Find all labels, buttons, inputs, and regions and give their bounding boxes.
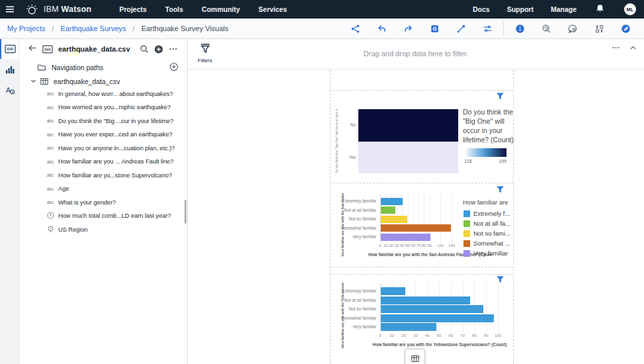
filter-dock[interactable]: Filters Drag and drop data here to filte… — [188, 38, 644, 69]
info-button[interactable] — [506, 19, 533, 38]
edit-pen-button[interactable] — [612, 19, 639, 38]
text-abc-icon: abc — [45, 157, 56, 166]
canvas-more-button[interactable] — [610, 42, 622, 54]
search-button[interactable] — [137, 42, 151, 56]
widget-filter-button[interactable] — [496, 92, 504, 101]
rail-tab-widgets[interactable]: A — [0, 79, 20, 100]
breadcrumb-my-projects[interactable]: My Projects — [7, 24, 45, 32]
field-item[interactable]: abcAge — [20, 182, 187, 196]
menu-item-projects[interactable]: Projects — [119, 5, 146, 13]
bar-chart-san-andreas-widget[interactable]: How familiar are you with the San Andrea… — [330, 183, 513, 267]
layout-grid-icon — [594, 24, 604, 34]
rail-tab-data-sources[interactable]: IOIO — [0, 38, 19, 59]
bar-somewhat-familiar[interactable] — [381, 314, 494, 322]
field-item[interactable]: abcWhat is your gender? — [20, 195, 187, 209]
share-button[interactable] — [342, 19, 368, 38]
table-tree-row[interactable]: earthquake_data_csv — [20, 75, 187, 89]
back-button[interactable] — [28, 43, 38, 55]
widget-funnel-icon — [496, 275, 504, 284]
layout-guide — [330, 267, 513, 267]
field-item[interactable]: abcHave you ever exper...ced an earthqua… — [20, 128, 187, 142]
field-item[interactable]: abcHow familiar are you ... Andreas Faul… — [20, 155, 187, 169]
breadcrumb-earthquake-survey-visuals: Earthquake Survey Visuals — [141, 24, 229, 32]
notifications-button[interactable] — [594, 3, 606, 15]
zoom-history-button[interactable] — [533, 19, 559, 38]
redo-button[interactable] — [395, 19, 421, 38]
panel-scrollbar[interactable] — [184, 200, 186, 224]
annotate-button[interactable] — [448, 19, 474, 38]
chevron-down-icon[interactable] — [30, 77, 37, 85]
menu-item-tools[interactable]: Tools — [165, 5, 183, 13]
legend-entry[interactable]: Not so fami... — [463, 229, 513, 238]
field-item[interactable]: US Region — [20, 222, 187, 236]
field-item[interactable]: abcDo you think the "Big ...cur in your … — [20, 114, 187, 128]
legend-title: How familiar are — [463, 199, 513, 206]
bar-very-familiar[interactable] — [381, 234, 430, 241]
filter-drop-hint: Drag and drop data here to filter. — [188, 50, 644, 58]
text-abc-icon: abc — [45, 130, 56, 139]
menu-item-community[interactable]: Community — [202, 5, 240, 13]
bar-extremely-familiar[interactable] — [381, 287, 405, 295]
data-player-button[interactable] — [421, 19, 448, 38]
x-axis-tick: 20 — [389, 244, 393, 248]
bar-not-at-all-familiar[interactable] — [381, 296, 470, 304]
sliders-button[interactable] — [474, 19, 501, 38]
category-label: Somewhat familiar — [335, 226, 376, 230]
svg-text:abc: abc — [47, 91, 54, 96]
field-item[interactable]: abcIn general, how worr... about earthqu… — [20, 87, 187, 101]
field-item[interactable]: abcHow familiar are yo...stone Supervolc… — [20, 168, 187, 182]
layout-grid-button[interactable] — [586, 19, 612, 38]
widget-filter-button[interactable] — [496, 275, 504, 284]
navigation-paths-row[interactable]: Navigation paths — [20, 61, 187, 75]
legend-entry[interactable]: Extremely f... — [463, 209, 513, 218]
bar-not-at-all-familiar[interactable] — [381, 206, 395, 214]
y-axis-title: Do you think the "Big One" will occur in… — [335, 109, 339, 173]
svg-text:IOIO: IOIO — [7, 48, 13, 51]
data-player-icon — [430, 24, 440, 34]
hamburger-button[interactable] — [0, 0, 20, 19]
bar-extremely-familiar[interactable] — [381, 198, 403, 205]
avatar[interactable]: ML — [624, 3, 636, 15]
field-item[interactable]: abcHave you or anyone in...cuation plan,… — [20, 141, 187, 155]
legend-label: Very familiar — [473, 250, 508, 257]
bar-somewhat-familiar[interactable] — [381, 224, 451, 232]
menu-item-manage[interactable]: Manage — [551, 5, 577, 13]
menu-item-services[interactable]: Services — [259, 5, 287, 13]
heatmap-chart-widget[interactable]: Do you think the "Big One" will occur in… — [330, 90, 513, 183]
field-item[interactable]: How much total comb...LD earn last year? — [20, 209, 187, 223]
filters-label: Filters — [194, 58, 216, 64]
legend-entry[interactable]: Very familiar — [463, 249, 513, 257]
field-label: US Region — [58, 226, 87, 233]
panel-more-button[interactable] — [166, 42, 181, 56]
comments-button[interactable] — [559, 19, 586, 38]
rail-tab-visualizations[interactable] — [0, 59, 20, 79]
bar-very-familiar[interactable] — [381, 323, 436, 331]
x-axis-tick: 40 — [425, 334, 430, 338]
table-name: earthquake_data_csv — [54, 77, 120, 85]
widget-filter-button[interactable] — [496, 185, 504, 194]
collapse-filter-bar-button[interactable] — [627, 42, 639, 54]
bar-not-so-familiar[interactable] — [381, 305, 483, 313]
legend-entry[interactable]: Not at all fa... — [463, 219, 513, 228]
text-abc-icon: abc — [45, 143, 56, 152]
menu-item-support[interactable]: Support — [507, 5, 534, 13]
legend-entry[interactable]: Somewhat ... — [463, 239, 513, 248]
breadcrumb-earthquake-surveys[interactable]: Earthquake Surveys — [61, 24, 126, 32]
view-as-table-button[interactable] — [405, 349, 425, 364]
data-sources-icon: IOIO — [5, 43, 16, 54]
menu-item-docs[interactable]: Docs — [473, 5, 490, 13]
bar-not-so-familiar[interactable] — [381, 216, 407, 223]
undo-button[interactable] — [368, 19, 395, 38]
heatmap-cell-no[interactable] — [358, 109, 458, 142]
data-panel: IOIO earthquake_data.csv Navigation path… — [20, 38, 188, 364]
field-item[interactable]: abcHow worried are you...rophic earthqua… — [20, 101, 187, 114]
more-icon — [169, 44, 178, 54]
add-source-button[interactable] — [151, 42, 166, 56]
top-navbar: IBM Watson ProjectsToolsCommunityService… — [0, 0, 644, 19]
brand: IBM Watson — [25, 3, 91, 16]
add-navigation-path-button[interactable] — [169, 62, 179, 73]
gridline — [452, 194, 452, 243]
top-menu: ProjectsToolsCommunityServices — [119, 5, 287, 13]
heatmap-cell-yes[interactable] — [358, 142, 458, 174]
share-icon — [350, 24, 360, 34]
